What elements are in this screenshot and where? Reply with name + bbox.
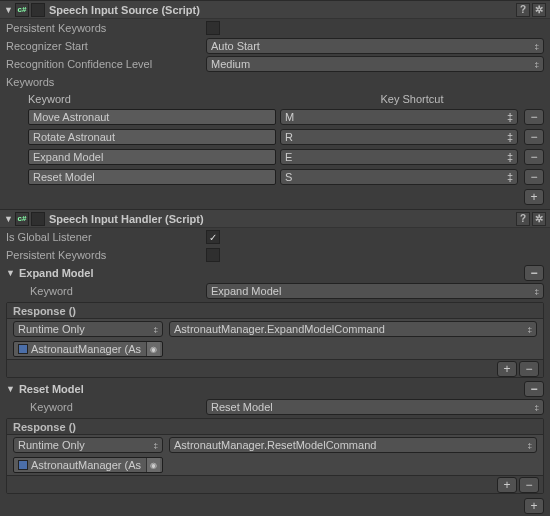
shortcut-value: S (285, 171, 292, 183)
event-entry: Runtime Only ‡ AstronautManager.ExpandMo… (7, 319, 543, 339)
section-reset-model[interactable]: ▼ Reset Model − (0, 380, 550, 398)
help-icon[interactable]: ? (516, 212, 530, 226)
add-callback-button[interactable]: + (497, 477, 517, 493)
confidence-row: Recognition Confidence Level Medium ‡ (0, 55, 550, 73)
recognizer-start-dropdown[interactable]: Auto Start ‡ (206, 38, 544, 54)
keyword-row: Rotate Astronaut R‡ − (0, 127, 550, 147)
remove-keyword-button[interactable]: − (524, 149, 544, 165)
shortcut-dropdown[interactable]: R‡ (280, 129, 518, 145)
event-button-bar: + − (7, 359, 543, 377)
field-label: Is Global Listener (6, 231, 206, 243)
section-title: Expand Model (19, 267, 522, 279)
field-label: Recognition Confidence Level (6, 58, 206, 70)
field-label: Keyword (6, 401, 206, 413)
remove-section-button[interactable]: − (524, 265, 544, 281)
event-entry: AstronautManager (As ◉ (7, 455, 543, 475)
gear-icon[interactable]: ✲ (532, 212, 546, 226)
chevron-down-icon: ‡ (535, 42, 539, 51)
remove-keyword-button[interactable]: − (524, 109, 544, 125)
shortcut-dropdown[interactable]: S‡ (280, 169, 518, 185)
component-enable-checkbox[interactable] (31, 3, 45, 17)
dropdown-value: AstronautManager.ExpandModelCommand (174, 323, 385, 335)
keyword-input[interactable]: Rotate Astronaut (28, 129, 276, 145)
remove-keyword-button[interactable]: − (524, 129, 544, 145)
field-label: Persistent Keywords (6, 249, 206, 261)
component-header[interactable]: ▼ c# Speech Input Handler (Script) ? ✲ (0, 210, 550, 228)
section-expand-model[interactable]: ▼ Expand Model − (0, 264, 550, 282)
shortcut-value: M (285, 111, 294, 123)
chevron-down-icon: ‡ (507, 111, 513, 123)
chevron-down-icon: ‡ (507, 131, 513, 143)
method-dropdown[interactable]: AstronautManager.ExpandModelCommand ‡ (169, 321, 537, 337)
remove-callback-button[interactable]: − (519, 361, 539, 377)
keyword-input[interactable]: Move Astronaut (28, 109, 276, 125)
add-keyword-button[interactable]: + (524, 189, 544, 205)
add-callback-button[interactable]: + (497, 361, 517, 377)
component-enable-checkbox[interactable] (31, 212, 45, 226)
section-title: Reset Model (19, 383, 522, 395)
keyword-dropdown[interactable]: Expand Model ‡ (206, 283, 544, 299)
keyword-dropdown[interactable]: Reset Model ‡ (206, 399, 544, 415)
keyword-row: Expand Model E‡ − (0, 147, 550, 167)
add-section-button[interactable]: + (524, 498, 544, 514)
dropdown-value: Runtime Only (18, 439, 85, 451)
keyword-value: Move Astronaut (33, 111, 109, 123)
persistent-keywords-row: Persistent Keywords (0, 19, 550, 37)
field-label: Persistent Keywords (6, 22, 206, 34)
target-object-field[interactable]: AstronautManager (As ◉ (13, 457, 163, 473)
keyword-row: Reset Model S‡ − (0, 167, 550, 187)
keyword-input[interactable]: Reset Model (28, 169, 276, 185)
sections-button-bar: + (0, 496, 550, 516)
component-speech-input-source: ▼ c# Speech Input Source (Script) ? ✲ Pe… (0, 0, 550, 209)
gameobject-icon (18, 460, 28, 470)
persistent-keywords-checkbox[interactable] (206, 21, 220, 35)
global-listener-checkbox[interactable]: ✓ (206, 230, 220, 244)
keyword-row: Keyword Reset Model ‡ (0, 398, 550, 416)
dropdown-value: Expand Model (211, 285, 281, 297)
runtime-dropdown[interactable]: Runtime Only ‡ (13, 437, 163, 453)
dropdown-value: AstronautManager.ResetModelCommand (174, 439, 376, 451)
shortcut-dropdown[interactable]: M‡ (280, 109, 518, 125)
gear-icon[interactable]: ✲ (532, 3, 546, 17)
keyword-value: Rotate Astronaut (33, 131, 115, 143)
remove-keyword-button[interactable]: − (524, 169, 544, 185)
shortcut-value: E (285, 151, 292, 163)
script-icon: c# (15, 3, 29, 17)
foldout-icon[interactable]: ▼ (4, 214, 13, 224)
dropdown-value: Medium (211, 58, 250, 70)
keyword-row: Keyword Expand Model ‡ (0, 282, 550, 300)
response-event: Response () Runtime Only ‡ AstronautMana… (6, 302, 544, 378)
keyword-input[interactable]: Expand Model (28, 149, 276, 165)
event-entry: Runtime Only ‡ AstronautManager.ResetMod… (7, 435, 543, 455)
foldout-icon[interactable]: ▼ (4, 5, 13, 15)
component-header[interactable]: ▼ c# Speech Input Source (Script) ? ✲ (0, 1, 550, 19)
global-listener-row: Is Global Listener ✓ (0, 228, 550, 246)
component-speech-input-handler: ▼ c# Speech Input Handler (Script) ? ✲ I… (0, 209, 550, 516)
object-value: AstronautManager (As (31, 459, 146, 471)
remove-callback-button[interactable]: − (519, 477, 539, 493)
event-title: Response () (7, 303, 543, 319)
foldout-icon[interactable]: ▼ (6, 384, 15, 394)
keywords-label-row: Keywords (0, 73, 550, 91)
persistent-keywords-checkbox[interactable] (206, 248, 220, 262)
help-icon[interactable]: ? (516, 3, 530, 17)
keyword-row: Move Astronaut M‡ − (0, 107, 550, 127)
chevron-down-icon: ‡ (535, 403, 539, 412)
confidence-dropdown[interactable]: Medium ‡ (206, 56, 544, 72)
response-event: Response () Runtime Only ‡ AstronautMana… (6, 418, 544, 494)
target-object-field[interactable]: AstronautManager (As ◉ (13, 341, 163, 357)
shortcut-dropdown[interactable]: E‡ (280, 149, 518, 165)
foldout-icon[interactable]: ▼ (6, 268, 15, 278)
shortcut-column-header: Key Shortcut (280, 93, 544, 105)
object-picker-icon[interactable]: ◉ (146, 458, 160, 472)
runtime-dropdown[interactable]: Runtime Only ‡ (13, 321, 163, 337)
event-title: Response () (7, 419, 543, 435)
object-picker-icon[interactable]: ◉ (146, 342, 160, 356)
remove-section-button[interactable]: − (524, 381, 544, 397)
shortcut-value: R (285, 131, 293, 143)
field-label: Keyword (6, 285, 206, 297)
keyword-value: Reset Model (33, 171, 95, 183)
chevron-down-icon: ‡ (507, 171, 513, 183)
recognizer-start-row: Recognizer Start Auto Start ‡ (0, 37, 550, 55)
method-dropdown[interactable]: AstronautManager.ResetModelCommand ‡ (169, 437, 537, 453)
